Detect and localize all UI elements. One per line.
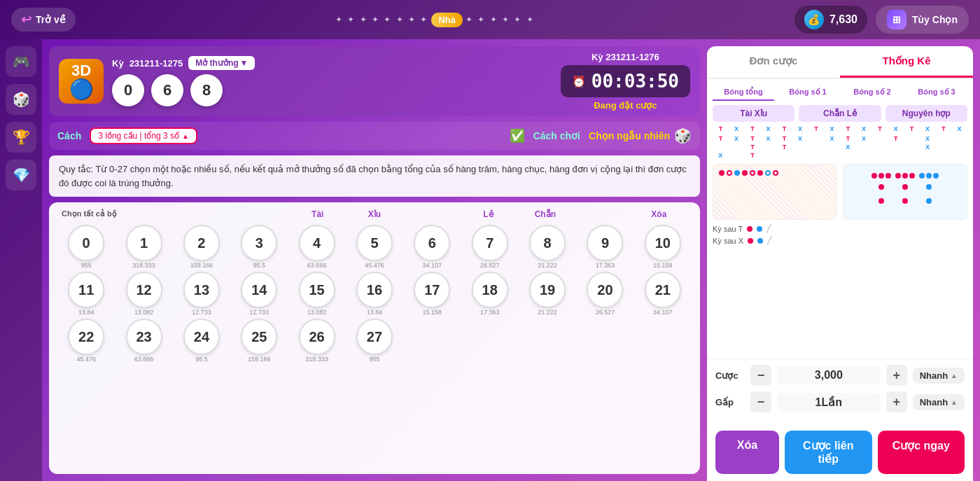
number-circle-7[interactable]: 7: [472, 225, 508, 261]
number-circle-13[interactable]: 13: [183, 272, 220, 308]
number-circle-4[interactable]: 4: [299, 225, 335, 261]
side-icon-2[interactable]: 🎲: [6, 84, 36, 115]
dot-r5: [757, 170, 763, 176]
number-prob-20: 26.527: [596, 309, 615, 316]
sub-tab-tai-xiu[interactable]: Tài Xỉu: [713, 105, 794, 122]
number-circle-25[interactable]: 25: [241, 319, 277, 355]
number-circle-6[interactable]: 6: [414, 225, 450, 261]
t3-stem2: [926, 194, 932, 207]
t-shape-1: [872, 173, 891, 207]
tx-row3: X T: [713, 151, 967, 160]
rules-box: Quy tắc: Từ 0-27 chọn một hoặc nhiều số,…: [49, 155, 700, 197]
dot-r6: [773, 170, 778, 176]
number-circle-1[interactable]: 1: [126, 225, 162, 261]
gap-minus-button[interactable]: −: [750, 391, 771, 412]
sub-tab-tai-xiu-label: Tài Xỉu: [740, 109, 767, 118]
number-circle-22[interactable]: 22: [68, 319, 104, 355]
legend-row-t: Kỳ sau T ╱: [713, 224, 967, 233]
t3d3: [933, 173, 939, 179]
number-circle-21[interactable]: 21: [645, 272, 681, 308]
sub-tabs: Tài Xỉu Chẵn Lẻ Nguyên hợp: [707, 105, 973, 122]
number-circle-12[interactable]: 12: [126, 272, 162, 308]
back-button[interactable]: ↩ Trở về: [11, 8, 76, 32]
tx-r2c2: [729, 143, 745, 151]
tab-thong-ke[interactable]: Thống Kê: [840, 46, 973, 78]
header-right: Kỳ 231211-1276 ⏰ 00:03:50 Đang đặt cược: [561, 52, 690, 111]
number-circle-27[interactable]: 27: [356, 319, 393, 355]
t3d4: [926, 184, 932, 190]
t3-stem: [926, 180, 932, 193]
number-circle-24[interactable]: 24: [183, 319, 220, 355]
tx-h-x8: X: [951, 125, 967, 133]
xoa-button[interactable]: Xóa: [715, 431, 779, 474]
number-row-1: 1113.841213.0821312.7331412.7331513.0821…: [59, 272, 690, 316]
legend-ky-sau-t-label: Kỳ sau T: [713, 225, 743, 233]
cach-choi-button[interactable]: Cách chơi: [533, 130, 580, 141]
number-circle-9[interactable]: 9: [587, 225, 623, 261]
gap-speed-button[interactable]: Nhanh ▲: [913, 394, 965, 410]
number-circle-3[interactable]: 3: [241, 225, 277, 261]
right-tabs: Đơn cược Thống Kê: [707, 46, 973, 79]
number-circle-17[interactable]: 17: [414, 272, 450, 308]
tx-r2c8: [824, 143, 840, 151]
number-circle-8[interactable]: 8: [529, 225, 566, 261]
number-circle-5[interactable]: 5: [356, 225, 393, 261]
legend-dot-red-x: [748, 238, 753, 244]
side-icon-1[interactable]: 🎮: [6, 46, 36, 77]
tx-r1c7: [808, 134, 825, 143]
sub-tab-chan-le[interactable]: Chẵn Lẻ: [799, 105, 881, 122]
number-circle-16[interactable]: 16: [356, 272, 393, 308]
sub-tab-nguyen-hop[interactable]: Nguyên hợp: [886, 105, 967, 122]
cach-badge[interactable]: 3 lồng cầu | tổng 3 số ▲: [90, 127, 197, 144]
options-grid-icon: ⊞: [887, 10, 906, 29]
gap-speed-label: Nhanh: [920, 397, 948, 407]
grid-header-xoa: Xóa: [631, 209, 687, 219]
ky-row: Kỳ 231211-1275 Mở thưởng ▼: [112, 56, 255, 70]
number-prob-18: 17.363: [480, 309, 500, 316]
number-circle-19[interactable]: 19: [529, 272, 566, 308]
number-circle-26[interactable]: 26: [299, 319, 335, 355]
number-circle-14[interactable]: 14: [241, 272, 277, 308]
cuoc-speed-button[interactable]: Nhanh ▲: [913, 368, 965, 384]
cuoc-minus-button[interactable]: −: [750, 365, 771, 386]
coin-icon: 💰: [804, 10, 824, 29]
cat-tab-bong-3[interactable]: Bóng số 3: [906, 85, 967, 101]
side-icon-3[interactable]: 🏆: [6, 122, 36, 153]
nha-badge: Nhà: [431, 13, 463, 27]
gap-plus-button[interactable]: +: [886, 391, 907, 412]
tx-r2c12: [888, 143, 904, 151]
number-circle-20[interactable]: 20: [587, 272, 623, 308]
gap-label: Gấp: [715, 397, 745, 407]
main-layout: 🎮 🎲 🏆 💎 3D 🔵 Kỳ 231211-1275 Mở thưởng ▼: [0, 39, 980, 481]
mo-thuong-button[interactable]: Mở thưởng ▼: [188, 56, 255, 70]
tx-h-t4: T: [808, 125, 825, 133]
t2d1: [895, 173, 901, 179]
check-icon: ✅: [510, 128, 525, 144]
number-grid: 09551318.3332159.166395.5463.666545.4766…: [59, 225, 690, 363]
options-button[interactable]: ⊞ Tùy Chọn: [876, 6, 969, 34]
number-circle-18[interactable]: 18: [472, 272, 508, 308]
td3: [886, 173, 891, 179]
chon-ngau-nhien-button[interactable]: Chọn ngẫu nhiên 🎲: [589, 127, 692, 144]
side-icon-4[interactable]: 💎: [6, 160, 36, 190]
number-circle-11[interactable]: 11: [68, 272, 104, 308]
cat-tab-bong-1[interactable]: Bóng số 1: [777, 85, 839, 101]
number-circle-23[interactable]: 23: [126, 319, 162, 355]
cuoc-ngay-button[interactable]: Cược ngay: [878, 431, 965, 474]
tx-h-t3: T: [776, 125, 792, 133]
number-circle-15[interactable]: 15: [299, 272, 335, 308]
cat-tab-bong-tong[interactable]: Bóng tổng: [713, 85, 774, 101]
tab-don-cuoc[interactable]: Đơn cược: [707, 46, 840, 78]
number-cell-24: 2495.5: [174, 319, 229, 363]
number-cell-9: 917.363: [578, 225, 632, 269]
cuoc-lien-tiep-button[interactable]: Cược liên tiếp: [785, 431, 872, 474]
legend-slash-x: ╱: [767, 236, 772, 245]
cuoc-plus-button[interactable]: +: [886, 365, 907, 386]
tab-thong-ke-label: Thống Kê: [883, 55, 931, 67]
legend-slash-t: ╱: [766, 224, 771, 233]
number-circle-2[interactable]: 2: [183, 225, 220, 261]
number-circle-10[interactable]: 10: [645, 225, 681, 261]
number-circle-0[interactable]: 0: [68, 225, 104, 261]
cat-tab-bong-2[interactable]: Bóng số 2: [841, 85, 903, 101]
tx-r1c6: X: [792, 134, 808, 143]
